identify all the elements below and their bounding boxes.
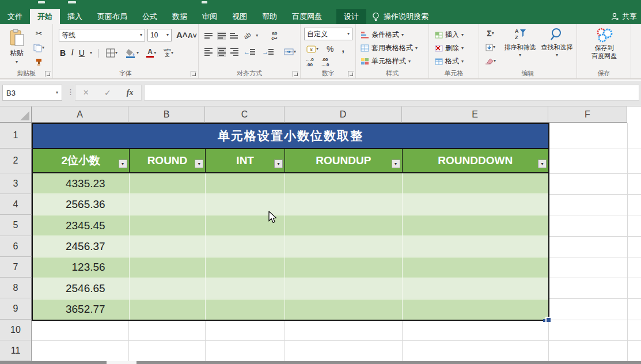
table-row: 4335.23 [33,173,548,194]
data-cell-value[interactable]: 2565.36 [33,194,130,214]
table-header-ROUNDDOWN[interactable]: ROUNDDOWN▾ [403,149,548,172]
data-cell-empty[interactable] [130,194,206,214]
column-header-F[interactable]: F [548,107,627,123]
row-header-7[interactable]: 7 [0,257,32,278]
selection-fill-handle[interactable] [545,317,551,322]
filter-button[interactable]: ▾ [119,160,127,168]
filter-button[interactable]: ▾ [538,160,547,168]
column-header-A[interactable]: A [32,107,128,123]
column-header-C[interactable]: C [205,107,285,123]
data-cell-empty[interactable] [403,236,548,256]
mouse-cursor [268,211,277,223]
data-cell-empty[interactable] [285,194,403,214]
column-header-D[interactable]: D [285,107,402,123]
data-cell-value[interactable]: 3652.77 [33,299,130,320]
row-header-2[interactable]: 2 [0,149,32,173]
table-header-ROUNDUP[interactable]: ROUNDUP▾ [285,149,403,172]
spreadsheet-grid: ABCDEF1234567891011单元格设置小数位数取整2位小数▾ROUND… [0,0,641,364]
data-cell-empty[interactable] [130,236,206,256]
data-cell-empty[interactable] [206,173,285,194]
data-cell-value[interactable]: 2345.45 [33,215,130,236]
data-cell-empty[interactable] [403,278,548,298]
table-row: 3652.77 [33,299,548,320]
sheet-tab-segment [107,361,136,364]
data-cell-empty[interactable] [285,173,403,194]
data-cell-empty[interactable] [130,215,206,236]
column-header-E[interactable]: E [402,107,548,123]
row-header-6[interactable]: 6 [0,236,32,257]
data-cell-empty[interactable] [206,299,285,320]
row-header-11[interactable]: 11 [0,340,32,361]
filter-button[interactable]: ▾ [392,160,400,168]
select-all-corner[interactable] [0,107,32,123]
filter-button[interactable]: ▾ [195,160,203,168]
table-title-cell[interactable]: 单元格设置小数位数取整 [33,124,548,149]
gridline-vertical [627,123,628,361]
gridline-horizontal [32,340,641,341]
table-row: 2546.65 [33,278,548,299]
filter-button[interactable]: ▾ [274,160,283,168]
data-cell-empty[interactable] [403,215,548,236]
data-cell-empty[interactable] [403,194,548,214]
row-header-1[interactable]: 1 [0,123,32,149]
data-cell-value[interactable]: 123.56 [33,257,130,278]
table-header-2位小数[interactable]: 2位小数▾ [33,149,130,172]
data-cell-empty[interactable] [130,299,206,320]
data-cell-empty[interactable] [285,215,403,236]
data-cell-value[interactable]: 2456.37 [33,236,130,256]
table-row: 2456.37 [33,236,548,257]
data-cell-empty[interactable] [206,278,285,298]
data-cell-empty[interactable] [285,257,403,278]
data-cell-empty[interactable] [130,257,206,278]
data-table: 单元格设置小数位数取整2位小数▾ROUND▾INT▾ROUNDUP▾ROUNDD… [32,123,549,321]
data-cell-empty[interactable] [403,257,548,278]
row-header-9[interactable]: 9 [0,298,32,320]
data-cell-empty[interactable] [403,173,548,194]
data-cell-empty[interactable] [285,299,403,320]
data-cell-value[interactable]: 4335.23 [33,173,130,194]
data-cell-empty[interactable] [130,278,206,298]
table-header-ROUND[interactable]: ROUND▾ [130,149,206,172]
table-body: 4335.232565.362345.452456.37123.562546.6… [33,173,548,320]
data-cell-empty[interactable] [403,299,548,320]
data-cell-empty[interactable] [285,278,403,298]
table-header-INT[interactable]: INT▾ [206,149,285,172]
row-header-3[interactable]: 3 [0,173,32,194]
table-row: 2565.36 [33,194,548,215]
row-header-10[interactable]: 10 [0,320,32,340]
data-cell-empty[interactable] [130,173,206,194]
table-header-row: 2位小数▾ROUND▾INT▾ROUNDUP▾ROUNDDOWN▾ [33,149,548,173]
row-header-5[interactable]: 5 [0,215,32,236]
sheet-tab-strip [0,361,641,364]
row-header-8[interactable]: 8 [0,278,32,298]
table-row: 2345.45 [33,215,548,236]
column-header-B[interactable]: B [128,107,205,123]
data-cell-empty[interactable] [206,236,285,256]
row-header-4[interactable]: 4 [0,194,32,215]
data-cell-value[interactable]: 2546.65 [33,278,130,298]
data-cell-empty[interactable] [206,257,285,278]
data-cell-empty[interactable] [285,236,403,256]
table-row: 123.56 [33,257,548,278]
